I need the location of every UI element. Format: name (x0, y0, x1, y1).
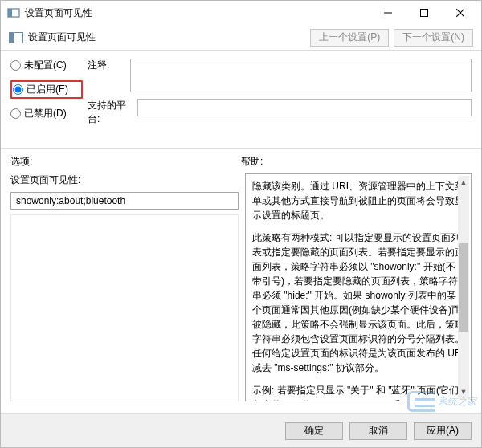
options-column: 设置页面可见性: (10, 173, 239, 401)
divider (1, 148, 481, 149)
options-label: 选项: (10, 156, 32, 167)
subheader-title: 设置页面可见性 (28, 31, 96, 44)
previous-setting-button[interactable]: 上一个设置(P) (310, 29, 389, 47)
subheader: 设置页面可见性 上一个设置(P) 下一个设置(N) (1, 25, 481, 51)
help-text: 示例: 若要指定只显示 "关于" 和 "蓝牙" 页面(它们各自的 URI 为 m… (252, 383, 464, 401)
svg-rect-3 (420, 10, 427, 17)
scroll-down-icon[interactable]: ▼ (460, 387, 468, 398)
next-setting-button[interactable]: 下一个设置(N) (394, 29, 473, 47)
platforms-box (137, 99, 472, 116)
policy-icon (9, 32, 23, 43)
comment-input[interactable] (130, 59, 472, 92)
radio-disabled[interactable]: 已禁用(D) (10, 107, 83, 120)
help-text: 此策略有两种模式: 可以指定要显示的设置页面列表或指定要隐藏的页面列表。若要指定… (252, 230, 464, 375)
comment-label: 注释: (88, 59, 130, 72)
scroll-thumb[interactable] (459, 243, 468, 332)
ok-button[interactable]: 确定 (285, 422, 343, 440)
help-text: 隐藏该类别。通过 URI、资源管理器中的上下文菜单或其他方式直接导航到被阻止的页… (252, 179, 464, 222)
columns: 设置页面可见性: 隐藏该类别。通过 URI、资源管理器中的上下文菜单或其他方式直… (1, 173, 481, 408)
maximize-button[interactable] (406, 2, 442, 24)
radio-not-configured[interactable]: 未配置(C) (10, 59, 83, 72)
options-header: 选项: 帮助: (1, 155, 481, 173)
radio-label: 未配置(C) (24, 59, 67, 72)
apply-button[interactable]: 应用(A) (414, 422, 472, 440)
titlebar: 设置页面可见性 (1, 1, 481, 25)
footer: 确定 取消 应用(A) (1, 413, 481, 447)
close-button[interactable] (442, 2, 478, 24)
radio-enabled[interactable]: 已启用(E) (10, 80, 83, 99)
scroll-up-icon[interactable]: ▲ (460, 177, 468, 189)
scrollbar[interactable]: ▲ ▼ (458, 176, 469, 399)
window-controls (370, 2, 478, 24)
radio-label: 已启用(E) (27, 83, 68, 96)
radio-not-configured-input[interactable] (10, 60, 21, 71)
help-label: 帮助: (241, 156, 263, 167)
policy-dialog: 设置页面可见性 设置页面可见性 上一个设置(P) 下一个设置(N) 未配置(C)… (0, 0, 482, 448)
radio-disabled-input[interactable] (10, 108, 21, 119)
options-empty-area (10, 214, 239, 401)
cancel-button[interactable]: 取消 (349, 422, 407, 440)
state-radios: 未配置(C) 已启用(E) 已禁用(D) (10, 59, 83, 132)
help-panel: 隐藏该类别。通过 URI、资源管理器中的上下文菜单或其他方式直接导航到被阻止的页… (245, 173, 472, 401)
minimize-button[interactable] (370, 2, 406, 24)
radio-label: 已禁用(D) (24, 107, 67, 120)
radio-enabled-input[interactable] (13, 84, 23, 95)
option-caption: 设置页面可见性: (10, 173, 239, 187)
policy-icon (7, 6, 20, 19)
window-title: 设置页面可见性 (25, 6, 370, 20)
svg-rect-1 (8, 9, 12, 17)
config-section: 未配置(C) 已启用(E) 已禁用(D) 注释: 支持的平台: (1, 51, 481, 136)
visibility-input[interactable] (10, 192, 239, 210)
platforms-label: 支持的平台: (88, 99, 137, 126)
meta-fields: 注释: 支持的平台: (88, 59, 472, 132)
